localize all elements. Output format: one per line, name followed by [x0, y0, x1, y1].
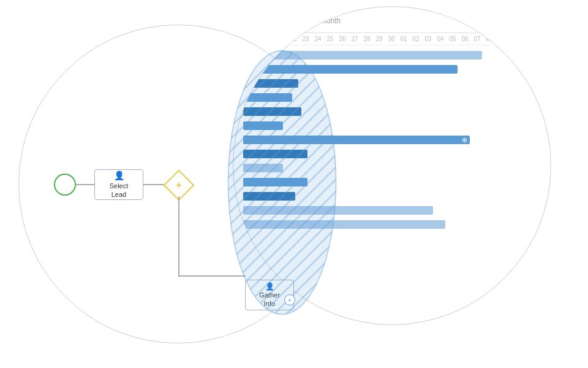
gantt-bar [243, 206, 433, 215]
gantt-bar [243, 150, 307, 158]
date-num: 24 [312, 36, 324, 42]
gather-info-button[interactable]: + [284, 294, 295, 305]
date-num: 05 [447, 36, 459, 42]
user-icon-2: 👤 [265, 282, 274, 291]
user-icon: 👤 [114, 171, 124, 180]
gantt-row-12 [238, 218, 546, 231]
date-num: 01 [398, 36, 410, 42]
gantt-circle: Day Week Month May 2014 8 19 20 21 22 23… [233, 6, 551, 325]
gantt-row-8 [238, 162, 546, 174]
date-num: 25 [324, 36, 336, 42]
gantt-row-11 [238, 204, 546, 217]
gantt-row-6: ⊕ [238, 134, 546, 146]
gantt-row-7 [238, 148, 546, 160]
connector-line-1 [76, 184, 94, 185]
date-num: 30 [385, 36, 398, 42]
gantt-row-3 [238, 91, 546, 104]
gather-info-label: GatherInfo [259, 291, 280, 309]
date-num: 23 [300, 36, 312, 42]
connector-line-horiz-bottom [178, 275, 246, 277]
date-num: 21 [275, 36, 287, 42]
gantt-row-5 [238, 120, 546, 132]
date-num: 29 [373, 36, 385, 42]
tab-month[interactable]: Month [320, 17, 341, 28]
date-num: 19 [251, 36, 263, 42]
gantt-bar [243, 178, 307, 186]
gantt-bar [243, 93, 292, 102]
date-num: 26 [336, 36, 349, 42]
bar-arrow-icon: ⊕ [462, 136, 467, 144]
gantt-row-1 [238, 63, 546, 75]
gantt-bar: ⊕ [243, 136, 470, 144]
select-lead-box[interactable]: 👤 SelectLead [94, 169, 143, 200]
date-num: 02 [410, 36, 422, 42]
date-num: 03 [422, 36, 434, 42]
gantt-bar [243, 220, 445, 229]
gantt-bar [243, 164, 283, 172]
month-label: May 2014 [487, 34, 514, 41]
gantt-row-10 [238, 190, 546, 202]
date-num: 28 [361, 36, 373, 42]
date-num: 27 [349, 36, 361, 42]
date-num: 20 [263, 36, 275, 42]
date-num: 06 [459, 36, 471, 42]
connector-line-vert [178, 196, 179, 276]
date-num: 04 [434, 36, 447, 42]
gantt-bar [243, 107, 301, 116]
start-node [54, 174, 76, 196]
date-num: 22 [287, 36, 300, 42]
gantt-bar [243, 121, 283, 130]
main-container: 👤 SelectLead + 👤 GatherInfo + Day Week M… [0, 0, 588, 368]
date-num: 8 [238, 36, 251, 42]
gantt-bar [243, 51, 482, 59]
date-num: 07 [471, 36, 483, 42]
gantt-bar [243, 65, 458, 74]
gantt-bar [243, 79, 298, 88]
gantt-row-4 [238, 105, 546, 118]
gantt-bar [243, 192, 295, 201]
tab-week[interactable]: Week [289, 17, 307, 28]
gantt-row-9 [238, 176, 546, 188]
gantt-row-2 [238, 77, 546, 90]
tab-day[interactable]: Day [264, 17, 277, 28]
gantt-row-0 [238, 49, 546, 61]
select-lead-label: SelectLead [110, 182, 129, 199]
